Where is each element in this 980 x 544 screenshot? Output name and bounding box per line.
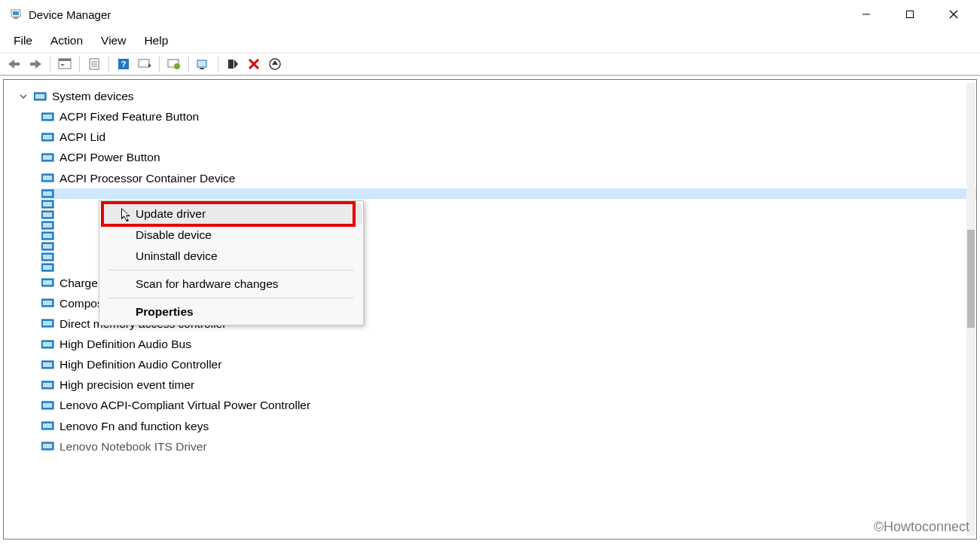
menu-file[interactable]: File (5, 31, 41, 50)
svg-marker-21 (148, 63, 151, 68)
device-icon (41, 277, 55, 288)
svg-rect-67 (43, 362, 52, 367)
device-icon (41, 339, 55, 350)
tree-item[interactable]: Lenovo Notebook ITS Driver (41, 436, 976, 457)
svg-rect-35 (43, 115, 52, 119)
context-update-driver[interactable]: Update driver (101, 203, 362, 225)
tree-item[interactable]: ACPI Power Button (41, 147, 976, 167)
tree-item-label: ACPI Fixed Feature Button (60, 106, 199, 127)
scan-hardware-button[interactable] (135, 55, 154, 73)
svg-rect-61 (43, 301, 52, 305)
tree-item[interactable] (41, 188, 976, 199)
device-icon (41, 220, 55, 231)
uninstall-device-button[interactable] (244, 55, 264, 73)
device-icon (41, 252, 55, 262)
svg-rect-33 (35, 94, 44, 99)
device-icon (41, 188, 55, 199)
svg-rect-24 (197, 60, 206, 67)
svg-rect-26 (228, 60, 234, 69)
scrollbar-thumb[interactable] (967, 230, 975, 328)
svg-text:?: ? (121, 60, 127, 69)
device-icon (41, 112, 55, 122)
menu-view[interactable]: View (92, 31, 135, 50)
context-properties[interactable]: Properties (101, 301, 362, 322)
tree-item-label: ACPI Power Button (60, 147, 160, 167)
update-driver-button[interactable] (164, 55, 184, 73)
help-button[interactable]: ? (114, 55, 133, 73)
svg-rect-41 (43, 176, 52, 180)
tree-item-label: Lenovo ACPI-Compliant Virtual Power Cont… (60, 395, 310, 415)
device-icon (41, 420, 55, 431)
properties-button[interactable] (84, 55, 104, 73)
nav-back-button[interactable] (5, 55, 24, 73)
menubar: File Action View Help (0, 29, 980, 53)
device-icon (41, 231, 55, 241)
svg-rect-59 (43, 280, 52, 285)
svg-marker-27 (234, 60, 238, 69)
svg-rect-1 (13, 11, 19, 15)
tree-item-label: Lenovo Notebook ITS Driver (60, 436, 207, 457)
svg-rect-73 (43, 423, 52, 428)
show-hide-tree-button[interactable] (55, 55, 75, 73)
svg-rect-37 (43, 135, 52, 139)
watermark-text: ©Howtoconnect (874, 519, 969, 535)
tree-item[interactable]: ACPI Lid (41, 127, 976, 147)
maximize-button[interactable] (888, 0, 932, 29)
svg-marker-9 (35, 60, 41, 69)
svg-marker-31 (272, 60, 278, 65)
tree-item[interactable]: High Definition Audio Controller (41, 354, 976, 374)
vertical-scrollbar[interactable] (966, 83, 975, 536)
menu-help[interactable]: Help (135, 31, 177, 50)
context-scan-hardware[interactable]: Scan for hardware changes (101, 274, 362, 295)
device-icon (41, 380, 55, 390)
content-area: System devices ACPI Fixed Feature Button… (0, 75, 980, 542)
nav-forward-button[interactable] (26, 55, 45, 73)
tree-item-label: High precision event timer (60, 374, 194, 395)
enable-device-button[interactable] (194, 55, 213, 73)
context-separator (108, 298, 354, 298)
tree-item[interactable]: Lenovo Fn and function keys (41, 416, 976, 436)
svg-rect-75 (43, 444, 52, 448)
context-uninstall-device[interactable]: Uninstall device (101, 246, 362, 267)
device-icon (41, 400, 55, 411)
svg-marker-13 (60, 64, 65, 66)
disable-device-button[interactable] (223, 55, 243, 73)
tree-item[interactable]: High precision event timer (41, 374, 976, 395)
svg-rect-45 (43, 202, 52, 206)
svg-rect-63 (43, 321, 52, 325)
device-manager-icon (9, 8, 23, 21)
close-button[interactable] (932, 0, 975, 29)
toolbar: ? (0, 53, 980, 75)
svg-rect-71 (43, 403, 52, 408)
category-label: System devices (52, 86, 134, 106)
menu-action[interactable]: Action (41, 31, 92, 50)
device-icon (41, 262, 55, 273)
svg-rect-47 (43, 212, 52, 217)
svg-rect-20 (139, 60, 149, 67)
add-legacy-hardware-button[interactable] (265, 55, 285, 73)
context-disable-device[interactable]: Disable device (101, 225, 362, 246)
device-icon (41, 173, 55, 183)
device-icon (41, 241, 55, 252)
minimize-button[interactable] (844, 0, 888, 29)
tree-item[interactable]: ACPI Processor Container Device (41, 168, 976, 188)
device-icon (41, 441, 55, 451)
chevron-down-icon[interactable] (19, 92, 28, 101)
device-icon (41, 209, 55, 220)
tree-item-label: Lenovo Fn and function keys (60, 416, 209, 436)
svg-rect-8 (14, 63, 20, 66)
svg-point-23 (174, 63, 180, 69)
tree-category-row[interactable]: System devices (19, 86, 976, 106)
svg-rect-65 (43, 342, 52, 347)
tree-item[interactable]: ACPI Fixed Feature Button (41, 106, 976, 127)
tree-panel: System devices ACPI Fixed Feature Button… (3, 79, 977, 539)
titlebar: Device Manager (0, 0, 980, 29)
svg-rect-2 (14, 17, 18, 19)
tree-item-label: High Definition Audio Bus (60, 334, 191, 354)
tree-item[interactable]: Lenovo ACPI-Compliant Virtual Power Cont… (41, 395, 976, 415)
mouse-cursor-icon (121, 208, 133, 225)
context-separator (108, 270, 354, 270)
device-icon (41, 318, 55, 329)
svg-rect-51 (43, 234, 52, 238)
tree-item[interactable]: High Definition Audio Bus (41, 334, 976, 354)
